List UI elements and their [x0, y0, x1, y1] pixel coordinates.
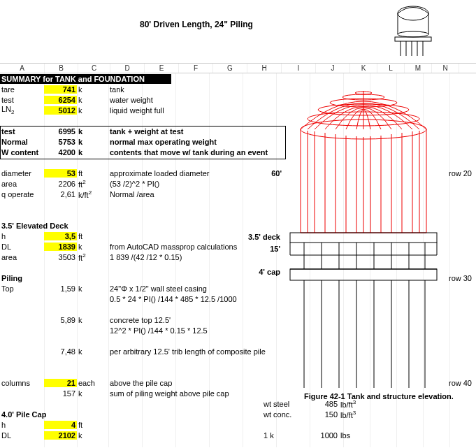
unit: k	[77, 347, 108, 356]
col-header: F	[179, 64, 213, 73]
row-marker: row 20	[447, 169, 473, 178]
unit: lb/ft3	[339, 410, 367, 419]
unit: lbs	[339, 431, 367, 440]
desc: from AutoCAD massprop calculations	[108, 243, 248, 251]
spreadsheet-body: SUMMARY for TANK and FOUNDATION tare741k…	[0, 73, 476, 447]
unit: k	[77, 148, 108, 157]
section-header: 3.5' Elevated Deck	[0, 222, 105, 230]
label: tare	[0, 85, 44, 94]
unit: k	[77, 431, 108, 440]
unit: each	[77, 379, 108, 387]
value[interactable]: 5753	[44, 138, 77, 146]
unit: k	[77, 389, 108, 398]
label: h	[0, 232, 44, 240]
unit: k	[77, 243, 108, 251]
unit: k	[77, 96, 108, 104]
desc: 24"Φ x 1/2" wall steel casing	[108, 284, 290, 293]
label: diameter	[0, 169, 44, 178]
cap-label: 4' cap	[254, 268, 280, 276]
fifteen-label: 15'	[263, 245, 280, 253]
unit: ft	[77, 421, 108, 429]
value[interactable]: 21	[44, 379, 77, 387]
desc: per arbitrary 12.5' trib length of compo…	[108, 347, 290, 356]
col-header: C	[78, 64, 110, 73]
desc: tank + weight at test	[108, 127, 290, 136]
value[interactable]: 6995	[44, 127, 77, 136]
label: test	[0, 127, 44, 136]
desc: approximate loaded diameter	[108, 169, 262, 178]
value[interactable]: 2,61	[44, 190, 77, 198]
value[interactable]: 4200	[44, 148, 77, 157]
value[interactable]: 4	[44, 421, 77, 429]
label: columns	[0, 379, 44, 387]
value[interactable]: 6254	[44, 96, 77, 104]
section-header: Piling	[0, 274, 44, 282]
col-header: I	[282, 64, 316, 73]
label: wt conc.	[262, 410, 304, 419]
value[interactable]: 7,48	[44, 347, 77, 356]
tank-elevation-icon	[287, 80, 440, 388]
unit: ft2	[77, 252, 108, 262]
page-title: 80' Driven Length, 24" Piling	[140, 20, 253, 29]
small-tank-icon	[392, 3, 434, 57]
column-headers: ABCDEFGHIJKLMN	[0, 63, 476, 73]
col-header: K	[350, 64, 377, 73]
label: wt steel	[262, 400, 304, 408]
unit: k	[77, 127, 108, 136]
desc: 12^2 * PI() /144 * 0.15 * 12.5	[108, 326, 290, 335]
col-header: L	[377, 64, 405, 73]
unit: k	[77, 106, 108, 115]
value[interactable]: 157	[44, 389, 77, 398]
row-marker: row 40	[447, 379, 473, 387]
desc: liquid weight full	[108, 106, 290, 115]
label: h	[0, 421, 44, 429]
label: q operate	[0, 190, 44, 198]
value: 150	[304, 410, 339, 419]
label: area	[0, 180, 44, 188]
dim: 60'	[262, 169, 283, 178]
value[interactable]: 5,89	[44, 316, 77, 324]
label: Normal	[0, 138, 44, 146]
desc: sum of piling weight above pile cap	[108, 389, 290, 398]
label: Top	[0, 284, 44, 293]
value: 485	[304, 400, 339, 408]
desc: contents that move w/ tank during an eve…	[108, 148, 290, 157]
desc: concrete top 12.5'	[108, 316, 290, 324]
label: 1 k	[262, 431, 304, 440]
summary-header: SUMMARY for TANK and FOUNDATION	[0, 74, 171, 84]
value[interactable]: 2206	[44, 180, 77, 188]
value[interactable]: 2102	[44, 431, 77, 440]
unit: k	[77, 284, 108, 293]
col-header: A	[0, 64, 45, 73]
col-header: G	[213, 64, 247, 73]
col-header: H	[247, 64, 282, 73]
col-header: B	[45, 64, 78, 73]
col-header: N	[432, 64, 459, 73]
value[interactable]: 3503	[44, 253, 77, 261]
col-header: J	[316, 64, 350, 73]
unit: k	[77, 138, 108, 146]
value[interactable]: 1839	[44, 243, 77, 251]
unit: k	[77, 85, 108, 94]
desc: 1 839 /(42 /12 * 0.15)	[108, 253, 290, 261]
col-header: D	[110, 64, 145, 73]
unit: ft	[77, 169, 108, 178]
row-marker: row 30	[447, 274, 473, 282]
unit: k	[77, 316, 108, 324]
label: DL	[0, 431, 44, 440]
desc: 0.5 * 24 * PI() /144 * 485 * 12.5 /1000	[108, 295, 290, 303]
col-header: M	[405, 64, 432, 73]
desc: Normal /area	[108, 190, 290, 198]
value[interactable]: 53	[44, 169, 77, 178]
desc: tank	[108, 85, 290, 94]
value[interactable]: 3,5	[44, 232, 77, 240]
svg-point-0	[398, 6, 428, 20]
desc: normal max operating weight	[108, 138, 290, 146]
value[interactable]: 741	[44, 85, 77, 94]
unit: ft	[77, 232, 108, 240]
value[interactable]: 5012	[44, 106, 77, 115]
unit: k/ft2	[77, 189, 108, 199]
value[interactable]: 1,59	[44, 284, 77, 293]
svg-rect-33	[290, 233, 437, 243]
label: test	[0, 96, 44, 104]
